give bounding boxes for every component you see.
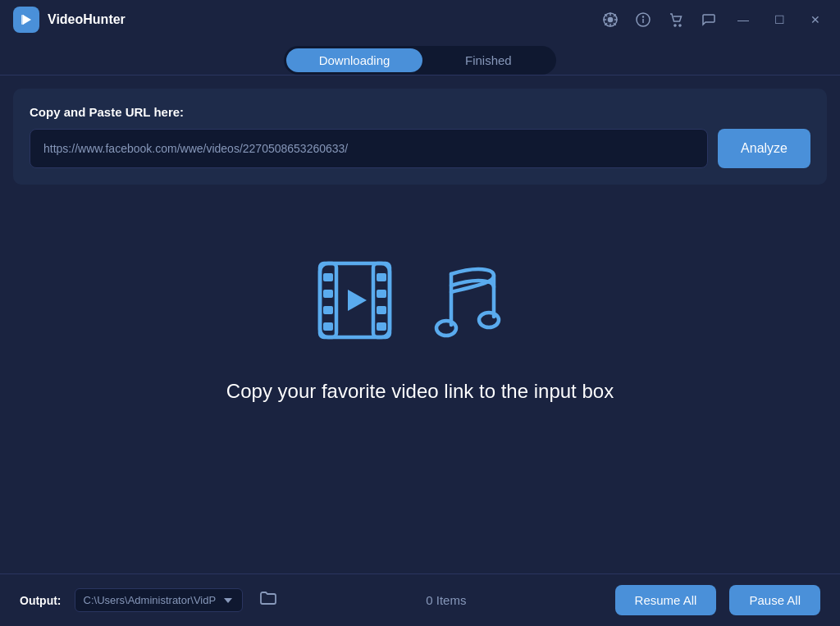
minimize-button[interactable]: — (732, 8, 755, 31)
svg-rect-22 (323, 290, 333, 298)
chat-icon[interactable] (699, 10, 719, 30)
resume-all-button[interactable]: Resume All (615, 585, 717, 615)
empty-state: Copy your favorite video link to the inp… (0, 198, 840, 436)
svg-rect-26 (377, 290, 386, 298)
titlebar-left: VideoHunter (13, 7, 126, 33)
items-count: 0 Items (290, 593, 601, 607)
music-icon (428, 251, 535, 350)
tabbar: Downloading Finished (0, 39, 840, 75)
info-icon[interactable] (633, 10, 653, 30)
icons-wrapper (305, 247, 535, 354)
svg-rect-2 (21, 15, 24, 25)
main-content: Copy and Paste URL here: Analyze (13, 89, 827, 185)
titlebar: VideoHunter (0, 0, 840, 39)
film-icon (305, 247, 412, 354)
folder-icon[interactable] (259, 589, 277, 611)
svg-rect-28 (377, 322, 386, 331)
url-input[interactable] (30, 129, 708, 168)
svg-marker-29 (348, 290, 367, 311)
output-label: Output: (20, 594, 62, 607)
svg-point-15 (643, 16, 644, 17)
pause-all-button[interactable]: Pause All (729, 585, 820, 615)
close-button[interactable]: ✕ (804, 8, 827, 31)
svg-rect-24 (323, 322, 333, 331)
svg-marker-34 (224, 598, 232, 603)
svg-rect-21 (323, 273, 333, 281)
maximize-button[interactable]: ☐ (768, 8, 791, 31)
svg-rect-25 (377, 273, 386, 281)
svg-point-16 (674, 25, 676, 26)
tab-finished[interactable]: Finished (422, 48, 554, 72)
output-path-button[interactable]: C:\Users\Administrator\VidP (75, 588, 244, 612)
tab-container: Downloading Finished (284, 46, 557, 75)
svg-rect-27 (377, 306, 386, 314)
dropdown-chevron-icon (222, 595, 234, 606)
output-path-text: C:\Users\Administrator\VidP (84, 594, 217, 606)
footer: Output: C:\Users\Administrator\VidP 0 It… (0, 573, 840, 626)
app-logo (13, 7, 39, 33)
empty-state-text: Copy your favorite video link to the inp… (226, 380, 614, 403)
url-label: Copy and Paste URL here: (30, 105, 810, 119)
svg-point-17 (679, 25, 681, 26)
cart-icon[interactable] (666, 10, 686, 30)
svg-rect-23 (323, 306, 333, 314)
svg-point-32 (436, 321, 456, 336)
app-title: VideoHunter (48, 12, 126, 27)
titlebar-right: — ☐ ✕ (600, 8, 827, 31)
analyze-button[interactable]: Analyze (718, 129, 810, 168)
svg-point-33 (479, 313, 499, 327)
settings-icon[interactable] (600, 10, 620, 30)
url-input-row: Analyze (30, 129, 810, 168)
tab-downloading[interactable]: Downloading (286, 48, 423, 72)
